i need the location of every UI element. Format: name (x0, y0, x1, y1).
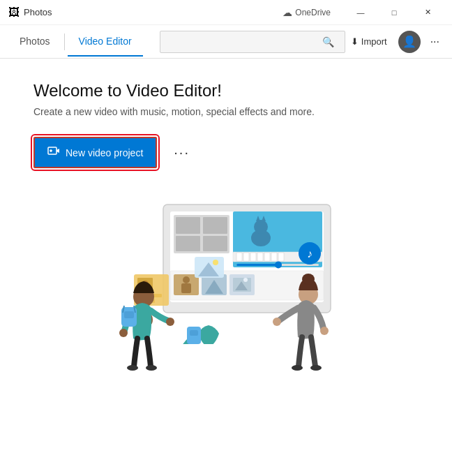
search-button[interactable]: 🔍 (322, 36, 334, 47)
minimize-button[interactable]: — (345, 3, 377, 22)
onedrive-icon: ☁ (282, 7, 292, 18)
nav-bar: Photos Video Editor 🔍 ⬇ Import 👤 ··· (0, 25, 452, 59)
avatar-icon: 👤 (402, 35, 416, 48)
page-subtitle: Create a new video with music, motion, s… (33, 106, 419, 117)
illustration-area: ♪ (33, 191, 419, 344)
svg-point-56 (119, 329, 128, 337)
svg-point-69 (310, 365, 322, 371)
svg-point-57 (166, 318, 174, 326)
onedrive-label: OneDrive (295, 8, 331, 17)
more-options-button[interactable]: ··· (168, 142, 195, 163)
search-input[interactable] (160, 31, 345, 53)
title-bar: 🖼 Photos ☁ OneDrive — □ ✕ (0, 0, 452, 25)
title-bar-right: ☁ OneDrive — □ ✕ (282, 3, 444, 22)
illustration-overlay (93, 237, 359, 391)
maximize-button[interactable]: □ (378, 3, 410, 22)
svg-point-58 (127, 365, 138, 371)
page-title: Welcome to Video Editor! (33, 81, 419, 101)
svg-point-59 (146, 365, 157, 371)
close-button[interactable]: ✕ (412, 3, 444, 22)
svg-rect-61 (124, 311, 134, 318)
main-content: Welcome to Video Editor! Create a new vi… (0, 59, 452, 476)
svg-point-68 (292, 365, 303, 371)
avatar-button[interactable]: 👤 (398, 31, 421, 53)
svg-rect-7 (203, 217, 227, 234)
svg-point-67 (320, 327, 329, 335)
svg-point-66 (273, 318, 281, 326)
video-project-icon (47, 145, 60, 160)
import-button[interactable]: ⬇ Import (345, 34, 393, 50)
app-name: Photos (24, 7, 52, 17)
nav-divider (64, 34, 65, 50)
app-icon: 🖼 (8, 6, 20, 19)
import-label: Import (361, 36, 387, 47)
search-wrapper: 🔍 (151, 31, 337, 53)
svg-point-12 (254, 220, 268, 234)
more-button[interactable]: ··· (426, 33, 444, 51)
window-controls: — □ ✕ (345, 3, 444, 22)
tab-photos[interactable]: Photos (8, 27, 61, 57)
onedrive-indicator: ☁ OneDrive (282, 7, 331, 18)
svg-rect-6 (176, 217, 200, 234)
new-video-project-button[interactable]: New video project (33, 137, 157, 168)
action-row: New video project ··· (33, 137, 419, 168)
svg-point-65 (302, 274, 315, 285)
import-icon: ⬇ (351, 36, 359, 47)
new-video-project-label: New video project (66, 147, 143, 158)
title-bar-left: 🖼 Photos (8, 6, 52, 19)
tab-video-editor[interactable]: Video Editor (68, 27, 143, 57)
nav-actions: ⬇ Import 👤 ··· (345, 31, 444, 53)
